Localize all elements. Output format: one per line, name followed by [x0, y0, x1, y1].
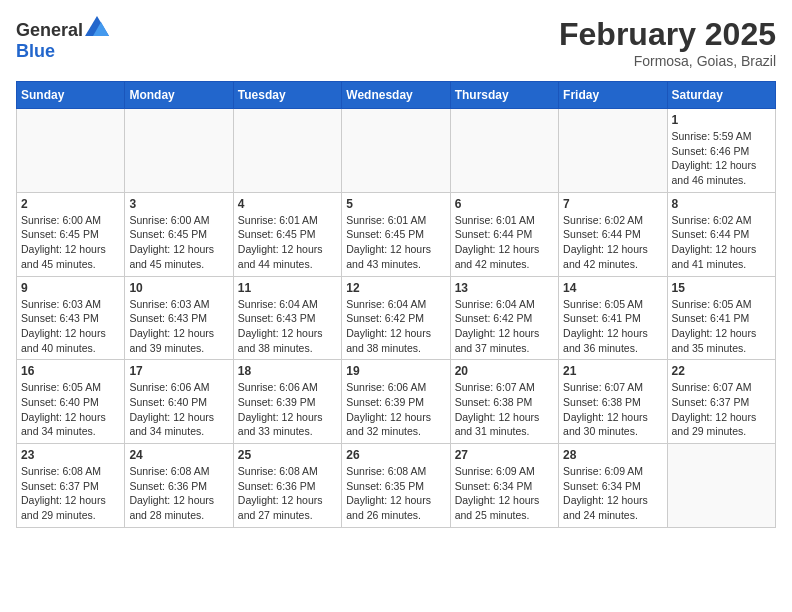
day-info: Sunrise: 6:01 AM Sunset: 6:44 PM Dayligh… [455, 213, 554, 272]
title-block: February 2025 Formosa, Goias, Brazil [559, 16, 776, 69]
calendar-cell: 22Sunrise: 6:07 AM Sunset: 6:37 PM Dayli… [667, 360, 775, 444]
day-number: 26 [346, 448, 445, 462]
page-header: General Blue February 2025 Formosa, Goia… [16, 16, 776, 69]
calendar-cell [125, 109, 233, 193]
calendar-cell: 18Sunrise: 6:06 AM Sunset: 6:39 PM Dayli… [233, 360, 341, 444]
day-number: 20 [455, 364, 554, 378]
logo-icon [85, 16, 109, 36]
day-info: Sunrise: 6:06 AM Sunset: 6:40 PM Dayligh… [129, 380, 228, 439]
calendar-cell: 15Sunrise: 6:05 AM Sunset: 6:41 PM Dayli… [667, 276, 775, 360]
day-info: Sunrise: 6:08 AM Sunset: 6:36 PM Dayligh… [129, 464, 228, 523]
calendar-cell: 9Sunrise: 6:03 AM Sunset: 6:43 PM Daylig… [17, 276, 125, 360]
logo: General Blue [16, 16, 107, 62]
day-info: Sunrise: 6:06 AM Sunset: 6:39 PM Dayligh… [238, 380, 337, 439]
day-info: Sunrise: 6:08 AM Sunset: 6:36 PM Dayligh… [238, 464, 337, 523]
calendar-cell: 3Sunrise: 6:00 AM Sunset: 6:45 PM Daylig… [125, 192, 233, 276]
day-number: 2 [21, 197, 120, 211]
calendar-cell [233, 109, 341, 193]
day-info: Sunrise: 6:03 AM Sunset: 6:43 PM Dayligh… [129, 297, 228, 356]
day-number: 19 [346, 364, 445, 378]
day-info: Sunrise: 6:07 AM Sunset: 6:37 PM Dayligh… [672, 380, 771, 439]
day-number: 6 [455, 197, 554, 211]
calendar-cell: 2Sunrise: 6:00 AM Sunset: 6:45 PM Daylig… [17, 192, 125, 276]
logo-blue: Blue [16, 41, 55, 61]
day-number: 4 [238, 197, 337, 211]
day-info: Sunrise: 6:05 AM Sunset: 6:41 PM Dayligh… [672, 297, 771, 356]
calendar-cell: 24Sunrise: 6:08 AM Sunset: 6:36 PM Dayli… [125, 444, 233, 528]
calendar-cell: 23Sunrise: 6:08 AM Sunset: 6:37 PM Dayli… [17, 444, 125, 528]
day-info: Sunrise: 6:09 AM Sunset: 6:34 PM Dayligh… [455, 464, 554, 523]
column-header-monday: Monday [125, 82, 233, 109]
day-number: 5 [346, 197, 445, 211]
calendar-header-row: SundayMondayTuesdayWednesdayThursdayFrid… [17, 82, 776, 109]
month-title: February 2025 [559, 16, 776, 53]
calendar-cell: 16Sunrise: 6:05 AM Sunset: 6:40 PM Dayli… [17, 360, 125, 444]
calendar-cell: 27Sunrise: 6:09 AM Sunset: 6:34 PM Dayli… [450, 444, 558, 528]
logo-general: General [16, 20, 83, 40]
day-number: 28 [563, 448, 662, 462]
day-number: 9 [21, 281, 120, 295]
column-header-tuesday: Tuesday [233, 82, 341, 109]
day-info: Sunrise: 6:08 AM Sunset: 6:35 PM Dayligh… [346, 464, 445, 523]
calendar-week-1: 1Sunrise: 5:59 AM Sunset: 6:46 PM Daylig… [17, 109, 776, 193]
calendar-cell: 21Sunrise: 6:07 AM Sunset: 6:38 PM Dayli… [559, 360, 667, 444]
day-info: Sunrise: 6:04 AM Sunset: 6:43 PM Dayligh… [238, 297, 337, 356]
day-number: 21 [563, 364, 662, 378]
calendar-cell [342, 109, 450, 193]
day-number: 11 [238, 281, 337, 295]
calendar-cell: 14Sunrise: 6:05 AM Sunset: 6:41 PM Dayli… [559, 276, 667, 360]
calendar-cell: 10Sunrise: 6:03 AM Sunset: 6:43 PM Dayli… [125, 276, 233, 360]
column-header-thursday: Thursday [450, 82, 558, 109]
day-number: 1 [672, 113, 771, 127]
day-number: 27 [455, 448, 554, 462]
calendar-cell: 11Sunrise: 6:04 AM Sunset: 6:43 PM Dayli… [233, 276, 341, 360]
day-info: Sunrise: 6:00 AM Sunset: 6:45 PM Dayligh… [129, 213, 228, 272]
column-header-wednesday: Wednesday [342, 82, 450, 109]
location-subtitle: Formosa, Goias, Brazil [559, 53, 776, 69]
calendar-cell [559, 109, 667, 193]
calendar-week-2: 2Sunrise: 6:00 AM Sunset: 6:45 PM Daylig… [17, 192, 776, 276]
calendar-cell: 20Sunrise: 6:07 AM Sunset: 6:38 PM Dayli… [450, 360, 558, 444]
day-number: 24 [129, 448, 228, 462]
day-info: Sunrise: 6:08 AM Sunset: 6:37 PM Dayligh… [21, 464, 120, 523]
day-number: 25 [238, 448, 337, 462]
column-header-sunday: Sunday [17, 82, 125, 109]
calendar-cell [450, 109, 558, 193]
day-number: 16 [21, 364, 120, 378]
column-header-saturday: Saturday [667, 82, 775, 109]
calendar-cell: 12Sunrise: 6:04 AM Sunset: 6:42 PM Dayli… [342, 276, 450, 360]
day-info: Sunrise: 6:05 AM Sunset: 6:41 PM Dayligh… [563, 297, 662, 356]
day-info: Sunrise: 5:59 AM Sunset: 6:46 PM Dayligh… [672, 129, 771, 188]
day-info: Sunrise: 6:02 AM Sunset: 6:44 PM Dayligh… [563, 213, 662, 272]
calendar-cell: 26Sunrise: 6:08 AM Sunset: 6:35 PM Dayli… [342, 444, 450, 528]
day-number: 15 [672, 281, 771, 295]
calendar-cell [667, 444, 775, 528]
day-info: Sunrise: 6:01 AM Sunset: 6:45 PM Dayligh… [238, 213, 337, 272]
calendar-cell: 13Sunrise: 6:04 AM Sunset: 6:42 PM Dayli… [450, 276, 558, 360]
calendar-cell: 7Sunrise: 6:02 AM Sunset: 6:44 PM Daylig… [559, 192, 667, 276]
day-number: 13 [455, 281, 554, 295]
calendar-cell: 19Sunrise: 6:06 AM Sunset: 6:39 PM Dayli… [342, 360, 450, 444]
calendar-cell: 8Sunrise: 6:02 AM Sunset: 6:44 PM Daylig… [667, 192, 775, 276]
calendar-table: SundayMondayTuesdayWednesdayThursdayFrid… [16, 81, 776, 528]
day-number: 17 [129, 364, 228, 378]
calendar-cell: 6Sunrise: 6:01 AM Sunset: 6:44 PM Daylig… [450, 192, 558, 276]
day-number: 7 [563, 197, 662, 211]
calendar-cell: 28Sunrise: 6:09 AM Sunset: 6:34 PM Dayli… [559, 444, 667, 528]
day-info: Sunrise: 6:00 AM Sunset: 6:45 PM Dayligh… [21, 213, 120, 272]
day-info: Sunrise: 6:04 AM Sunset: 6:42 PM Dayligh… [455, 297, 554, 356]
day-info: Sunrise: 6:04 AM Sunset: 6:42 PM Dayligh… [346, 297, 445, 356]
calendar-week-4: 16Sunrise: 6:05 AM Sunset: 6:40 PM Dayli… [17, 360, 776, 444]
calendar-week-3: 9Sunrise: 6:03 AM Sunset: 6:43 PM Daylig… [17, 276, 776, 360]
day-info: Sunrise: 6:05 AM Sunset: 6:40 PM Dayligh… [21, 380, 120, 439]
day-number: 10 [129, 281, 228, 295]
day-info: Sunrise: 6:06 AM Sunset: 6:39 PM Dayligh… [346, 380, 445, 439]
calendar-cell: 5Sunrise: 6:01 AM Sunset: 6:45 PM Daylig… [342, 192, 450, 276]
day-number: 3 [129, 197, 228, 211]
calendar-week-5: 23Sunrise: 6:08 AM Sunset: 6:37 PM Dayli… [17, 444, 776, 528]
calendar-cell: 25Sunrise: 6:08 AM Sunset: 6:36 PM Dayli… [233, 444, 341, 528]
day-number: 14 [563, 281, 662, 295]
calendar-cell [17, 109, 125, 193]
day-number: 8 [672, 197, 771, 211]
day-info: Sunrise: 6:02 AM Sunset: 6:44 PM Dayligh… [672, 213, 771, 272]
